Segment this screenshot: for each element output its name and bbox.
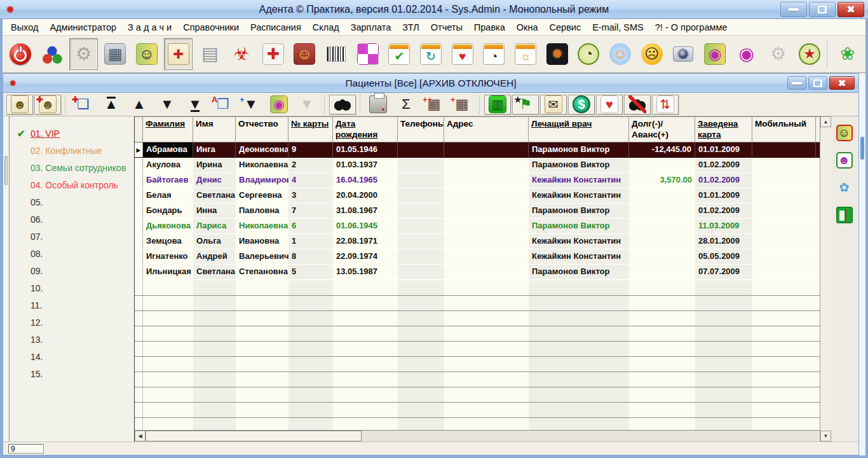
panel-splitter[interactable] [3,116,10,441]
category-item[interactable]: 15. [10,365,134,382]
category-item[interactable]: 04. Особый контроль [10,176,134,193]
first-aid-kit-button[interactable]: ✚ [259,38,287,70]
table-row[interactable]: ▶АбрамоваИнгаДеонисовна901.05.1946Парамо… [135,142,820,158]
alarm-clock-button[interactable]: ◔ [574,38,603,70]
splitter-handle[interactable] [4,156,8,185]
tv-photo-button[interactable]: ✹ [543,38,571,70]
column-header-card_opened[interactable]: Заведена карта [695,117,752,142]
view-filter-eye-button[interactable]: ◉ [266,95,292,114]
sort-order-button[interactable]: ⇅ [652,95,679,114]
patients-close-button[interactable]: ✖ [829,76,855,90]
menu-item-правка[interactable]: Правка [468,22,511,32]
copy-add-button[interactable]: ❏✚ [70,95,97,114]
view-eye-button[interactable]: ◉ [732,38,761,70]
category-item[interactable]: ✔01. VIP [10,125,134,142]
column-header-card_no[interactable]: № карты [288,117,333,142]
document-stack-button[interactable]: ▤ [196,38,224,70]
category-item[interactable]: 14. [10,348,134,365]
vertical-scrollbar[interactable]: ▲ ▼ [820,116,831,441]
table-row[interactable]: ЗемцоваОльгаИвановна122.08.1971Кежайкин … [135,234,820,249]
find-button[interactable] [329,95,356,114]
menu-item-администратор[interactable]: Администратор [44,22,122,32]
love-smiley-button[interactable]: ☺ [290,38,319,70]
mdi-scroll-thumb[interactable] [860,137,864,160]
category-item[interactable]: 09. [10,262,134,279]
category-item[interactable]: 10. [10,279,134,296]
minimize-button[interactable] [780,2,807,17]
find-stop-button[interactable] [624,95,651,114]
table-row[interactable]: БондарьИннаПавловна731.08.1967Парамонов … [135,204,820,219]
category-item[interactable]: 13. [10,331,134,348]
sum-button[interactable]: Σ [393,95,419,114]
table-row[interactable]: БелаяСветланаСергеевна320.04.2000Кежайки… [135,188,820,204]
barcode-button[interactable] [322,38,351,70]
menu-item-окна[interactable]: Окна [511,22,544,32]
patient-card-button[interactable]: ✚ [164,38,193,70]
category-item[interactable]: 02. Конфликтные [10,142,134,159]
column-header-phones[interactable]: Телефоны [398,117,444,142]
next-record-button[interactable]: ▼ [154,95,180,114]
schedule-grid-button[interactable] [353,38,382,70]
menu-item-сервис[interactable]: Сервис [544,22,587,32]
filter-add-button[interactable]: ▼+ [238,95,264,114]
scroll-down-button[interactable]: ▼ [820,431,831,441]
prev-record-button[interactable]: ▲ [126,95,153,114]
category-item[interactable]: 07. [10,228,134,245]
export-folder-button[interactable]: ❒A [210,95,236,114]
finder-face-button[interactable]: ☺ [133,38,161,70]
category-item[interactable]: 11. [10,296,134,314]
column-header-doctor[interactable]: Лечащий врач [529,117,629,142]
category-item[interactable]: 12. [10,314,134,331]
column-header-patronymic[interactable]: Отчество [236,117,288,142]
patient-person-button[interactable]: ☻ [831,150,858,170]
patients-minimize-button[interactable] [787,76,806,90]
first-record-button[interactable]: ▲ [98,95,125,114]
column-header-name[interactable]: Имя [193,117,236,142]
patient-card-view-button[interactable]: ☻ [6,95,33,114]
scrollbar-thumb[interactable] [146,431,362,441]
photo-eye-button[interactable]: ◉ [701,38,729,70]
calendar-heart-button[interactable]: ♥ [448,38,477,70]
chat-smiley-button[interactable]: ☺ [606,38,635,70]
category-item[interactable]: 06. [10,211,134,228]
menu-item-расписания[interactable]: Расписания [245,22,307,32]
services-button[interactable]: ✿ [831,177,858,197]
print-button[interactable] [365,95,391,114]
menu-item-выход[interactable]: Выход [5,22,44,32]
close-button[interactable]: ✖ [837,2,864,17]
gear-sync-button[interactable]: ⚙ [764,38,792,70]
column-header-balance[interactable]: Долг(-)/Аванс(+) [629,117,695,142]
patients-restore-button[interactable] [808,76,827,90]
users-button[interactable] [38,38,67,70]
calendar-sun-button[interactable]: ☼ [512,38,540,70]
restore-button[interactable] [809,2,836,17]
category-item[interactable]: 03. Семьи сотрудников [10,159,134,176]
row-expand-button[interactable]: ▦+ [449,95,475,114]
menu-item-e-mail-sms[interactable]: E-mail, SMS [587,22,649,32]
table-row[interactable]: ИльницкаяСветланаСтепановна513.05.1987Па… [135,265,820,280]
category-item[interactable]: 05. [10,193,134,211]
category-item[interactable]: 08. [10,245,134,262]
menu-item-справочники[interactable]: Справочники [177,22,245,32]
table-row[interactable]: БайтогаевДенисВладимирович416.04.1965Кеж… [135,173,820,188]
last-record-button[interactable]: ▼ [182,95,208,114]
table-row[interactable]: ИгнатенкоАндрейВалерьевич822.09.1974Кежа… [135,249,820,265]
menu-item-зарплата[interactable]: Зарплата [345,22,397,32]
surprised-smiley-button[interactable]: ☹ [637,38,666,70]
biohazard-button[interactable]: ☣ [227,38,256,70]
icq-flower-button[interactable]: ❀ [833,38,862,70]
column-header-birth_date[interactable]: Дата рождения [333,117,398,142]
horizontal-scrollbar[interactable]: ◀ [135,430,820,441]
favorites-heart-button[interactable]: ♥ [596,95,623,114]
columns-expand-button[interactable]: ▦++ [421,95,447,114]
table-row[interactable]: ДьяконоваЛарисаНиколаевна601.06.1945Пара… [135,219,820,234]
card-send-button[interactable]: ✉ [540,95,567,114]
menu-item-отчеты[interactable]: Отчеты [425,22,468,32]
camera-button[interactable] [669,38,698,70]
payments-button[interactable]: $ [568,95,595,114]
alarm-star-button[interactable]: ★ [796,38,824,70]
patient-card-add-button[interactable]: ☻✚ [34,95,61,114]
rooms-button[interactable] [831,205,858,225]
menu-item--о-программе[interactable]: ?! - О программе [649,22,733,32]
calendar-clock-button[interactable]: ◔ [480,38,508,70]
